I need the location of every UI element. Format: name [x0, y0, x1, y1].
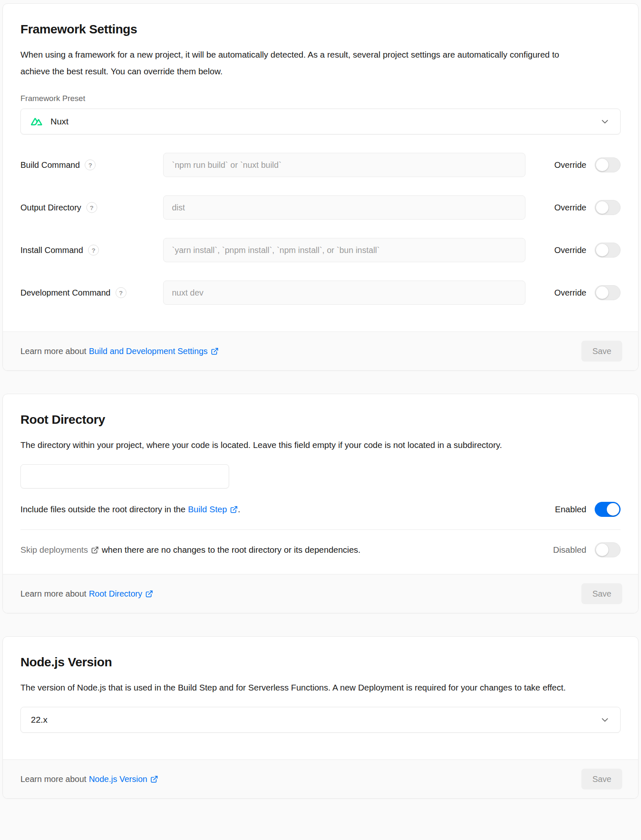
- include-files-row: Include files outside the root directory…: [20, 502, 621, 517]
- framework-card-footer: Learn more about Build and Development S…: [3, 331, 638, 370]
- framework-settings-title: Framework Settings: [20, 22, 621, 36]
- install-command-override-toggle[interactable]: [595, 243, 621, 258]
- toggle-knob: [607, 503, 619, 516]
- framework-preset-value: Nuxt: [50, 116, 68, 127]
- development-command-input[interactable]: [163, 281, 525, 305]
- nodejs-version-value: 22.x: [31, 715, 48, 725]
- include-files-toggle[interactable]: [595, 502, 621, 517]
- toggle-knob: [596, 244, 608, 256]
- help-icon[interactable]: ?: [85, 159, 96, 170]
- help-icon[interactable]: ?: [86, 202, 97, 213]
- nodejs-version-card: Node.js Version The version of Node.js t…: [3, 636, 638, 799]
- chevron-down-icon: [600, 116, 610, 127]
- save-button[interactable]: Save: [581, 341, 622, 362]
- field-row-install-command: Install Command ? Override: [20, 238, 621, 262]
- nodejs-version-description: The version of Node.js that is used in t…: [20, 679, 621, 696]
- build-development-settings-link[interactable]: Build and Development Settings: [89, 347, 219, 356]
- nodejs-version-select[interactable]: 22.x: [20, 707, 621, 733]
- learn-more-text: Learn more about: [20, 347, 86, 356]
- learn-more-text: Learn more about: [20, 774, 86, 784]
- external-link-icon: [150, 775, 158, 783]
- help-icon[interactable]: ?: [116, 287, 126, 298]
- output-directory-input[interactable]: [163, 195, 525, 220]
- save-button[interactable]: Save: [581, 769, 622, 789]
- toggle-knob: [596, 544, 608, 556]
- disabled-label: Disabled: [553, 545, 586, 555]
- field-row-output-directory: Output Directory ? Override: [20, 195, 621, 220]
- root-directory-link[interactable]: Root Directory: [89, 589, 153, 599]
- save-button[interactable]: Save: [581, 583, 622, 604]
- nodejs-version-title: Node.js Version: [20, 655, 621, 669]
- framework-preset-select[interactable]: Nuxt: [20, 109, 621, 134]
- root-directory-card: Root Directory The directory within your…: [3, 394, 638, 613]
- field-row-build-command: Build Command ? Override: [20, 153, 621, 177]
- framework-settings-card: Framework Settings When using a framewor…: [3, 3, 638, 371]
- learn-more-text: Learn more about: [20, 589, 86, 599]
- include-files-suffix: .: [238, 504, 240, 514]
- include-files-text: Include files outside the root directory…: [20, 504, 185, 514]
- root-directory-input[interactable]: [20, 464, 229, 488]
- build-command-override-toggle[interactable]: [595, 157, 621, 172]
- field-row-development-command: Development Command ? Override: [20, 281, 621, 305]
- framework-preset-label: Framework Preset: [20, 94, 621, 103]
- skip-deployments-toggle[interactable]: [595, 542, 621, 557]
- build-command-label: Build Command: [20, 160, 80, 170]
- node-card-footer: Learn more about Node.js Version Save: [3, 759, 638, 798]
- nodejs-version-link[interactable]: Node.js Version: [89, 774, 158, 784]
- override-label: Override: [554, 288, 586, 298]
- install-command-label: Install Command: [20, 245, 83, 255]
- install-command-input[interactable]: [163, 238, 525, 262]
- development-command-override-toggle[interactable]: [595, 285, 621, 300]
- root-directory-title: Root Directory: [20, 412, 621, 427]
- external-link-icon: [211, 347, 219, 355]
- override-label: Override: [554, 203, 586, 213]
- override-label: Override: [554, 160, 586, 170]
- chevron-down-icon: [600, 715, 610, 725]
- toggle-knob: [596, 201, 608, 214]
- output-directory-label: Output Directory: [20, 203, 81, 213]
- skip-deployments-link[interactable]: Skip deployments: [20, 545, 99, 555]
- nuxt-icon: [31, 116, 42, 127]
- enabled-label: Enabled: [555, 504, 586, 514]
- skip-deployments-text: when there are no changes to the root di…: [102, 545, 361, 555]
- external-link-icon: [145, 590, 153, 598]
- build-step-link[interactable]: Build Step: [188, 504, 237, 514]
- output-directory-override-toggle[interactable]: [595, 200, 621, 215]
- override-label: Override: [554, 245, 586, 255]
- root-card-footer: Learn more about Root Directory Save: [3, 574, 638, 613]
- development-command-label: Development Command: [20, 288, 111, 298]
- build-command-input[interactable]: [163, 153, 525, 177]
- help-icon[interactable]: ?: [88, 245, 99, 256]
- root-directory-description: The directory within your project, where…: [20, 437, 621, 453]
- toggle-knob: [596, 159, 608, 171]
- external-link-icon: [91, 546, 99, 554]
- external-link-icon: [230, 506, 238, 514]
- toggle-knob: [596, 286, 608, 299]
- skip-deployments-row: Skip deployments when there are no chang…: [20, 530, 621, 559]
- framework-settings-description: When using a framework for a new project…: [20, 46, 589, 80]
